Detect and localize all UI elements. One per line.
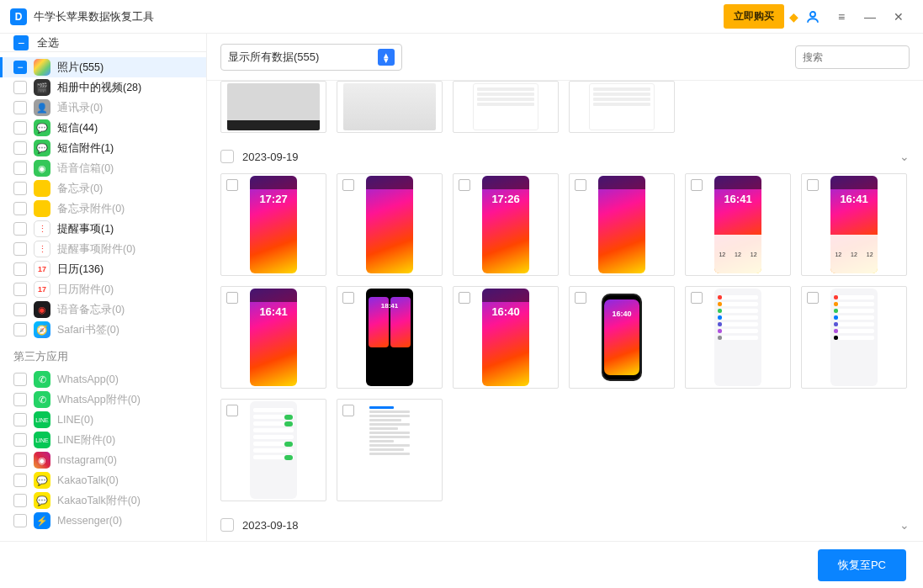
checkbox[interactable] — [13, 162, 27, 175]
checkbox[interactable] — [13, 373, 27, 386]
thumb-checkbox[interactable] — [226, 179, 238, 191]
sidebar-item-whatsapp-attach[interactable]: ✆ WhatsApp附件(0) — [0, 389, 206, 410]
checkbox[interactable] — [13, 453, 27, 467]
date-group-header[interactable]: 2023-09-19 ⌄ — [220, 140, 910, 173]
sidebar-item-notes-attach[interactable]: 备忘录附件(0) — [0, 199, 206, 219]
image-preview — [598, 176, 645, 273]
sidebar-item-messenger[interactable]: ⚡ Messenger(0) — [0, 511, 206, 531]
sidebar-item-voicemail[interactable]: ◉ 语音信箱(0) — [0, 158, 206, 178]
search-box[interactable]: 🔍 — [795, 45, 910, 69]
thumb-checkbox[interactable] — [459, 179, 470, 191]
thumb-checkbox[interactable] — [691, 292, 703, 304]
kakaotalk-attach-icon: 💬 — [34, 492, 50, 509]
select-all-checkbox[interactable]: − — [13, 35, 29, 50]
thumb-checkbox[interactable] — [691, 179, 703, 191]
checkbox[interactable] — [13, 242, 27, 256]
checkbox[interactable] — [13, 283, 27, 296]
checkbox[interactable] — [13, 514, 27, 527]
checkbox[interactable] — [13, 494, 27, 507]
sidebar-item-whatsapp[interactable]: ✆ WhatsApp(0) — [0, 369, 206, 389]
collapse-chevron-icon[interactable]: ⌄ — [899, 150, 910, 163]
thumbnail[interactable] — [220, 81, 326, 133]
thumbnail[interactable] — [569, 173, 675, 276]
sidebar-item-voice-memos[interactable]: ◉ 语音备忘录(0) — [0, 299, 206, 320]
sidebar-item-sms[interactable]: 💬 短信(44) — [0, 118, 206, 138]
thumbnail[interactable]: 16:40 — [453, 286, 559, 389]
thumbnail[interactable] — [685, 286, 791, 389]
sidebar-item-notes[interactable]: 备忘录(0) — [0, 178, 206, 199]
thumbnail[interactable]: 16:41121212 — [685, 173, 791, 276]
image-preview — [366, 401, 413, 499]
checkbox[interactable] — [13, 202, 27, 215]
buy-button[interactable]: 立即购买 — [724, 4, 784, 29]
thumbnail[interactable] — [220, 399, 326, 501]
checkbox[interactable] — [13, 474, 27, 487]
thumb-checkbox[interactable] — [807, 292, 819, 304]
sidebar-item-line-attach[interactable]: LINE LINE附件(0) — [0, 430, 206, 450]
checkbox[interactable] — [13, 433, 27, 447]
thumb-checkbox[interactable] — [459, 292, 470, 304]
thumbnail[interactable] — [801, 286, 907, 389]
thumb-checkbox[interactable] — [342, 405, 354, 416]
filter-select[interactable]: 显示所有数据(555) ▴▾ — [220, 44, 402, 71]
checkbox[interactable]: − — [13, 61, 27, 74]
thumb-checkbox[interactable] — [807, 179, 819, 191]
thumbnail[interactable] — [337, 81, 443, 133]
checkbox[interactable] — [13, 101, 27, 114]
checkbox[interactable] — [13, 413, 27, 426]
image-preview — [366, 176, 413, 273]
thumbnail[interactable]: 17:26 — [453, 173, 559, 276]
sidebar-item-safari[interactable]: 🧭 Safari书签(0) — [0, 320, 206, 340]
thumbnail[interactable]: 17:27 — [220, 173, 326, 276]
thumbnail[interactable]: 16:41 — [220, 286, 326, 389]
sidebar-item-reminders-attach[interactable]: ⋮ 提醒事项附件(0) — [0, 239, 206, 259]
date-group-header[interactable]: 2023-09-18 ⌄ — [220, 508, 910, 541]
checkbox[interactable] — [13, 141, 27, 155]
sidebar-item-kakaotalk[interactable]: 💬 KakaoTalk(0) — [0, 470, 206, 490]
thumbnail[interactable]: 16:40 — [569, 286, 675, 389]
sidebar-item-videos[interactable]: 🎬 相册中的视频(28) — [0, 77, 206, 98]
checkbox[interactable] — [13, 262, 27, 276]
sidebar-item-calendar-attach[interactable]: 17 日历附件(0) — [0, 279, 206, 299]
checkbox[interactable] — [13, 121, 27, 135]
close-icon[interactable]: ✕ — [884, 0, 913, 34]
thumb-checkbox[interactable] — [226, 405, 238, 416]
sidebar-item-photos[interactable]: − 照片(555) — [0, 57, 206, 77]
checkbox[interactable] — [13, 393, 27, 406]
checkbox[interactable] — [13, 182, 27, 195]
minimize-icon[interactable]: — — [856, 0, 884, 34]
thumb-checkbox[interactable] — [575, 292, 586, 304]
sidebar-item-label: WhatsApp附件(0) — [57, 393, 141, 407]
thumb-checkbox[interactable] — [575, 179, 586, 191]
date-checkbox[interactable] — [220, 518, 234, 532]
thumb-checkbox[interactable] — [226, 292, 238, 304]
select-all-row[interactable]: − 全选 — [0, 34, 206, 52]
svg-point-0 — [810, 12, 815, 17]
collapse-chevron-icon[interactable]: ⌄ — [899, 518, 910, 532]
thumbnail[interactable] — [453, 81, 559, 133]
date-checkbox[interactable] — [220, 150, 234, 163]
sidebar-item-instagram[interactable]: ◉ Instagram(0) — [0, 450, 206, 470]
recover-button[interactable]: 恢复至PC — [818, 549, 906, 581]
checkbox[interactable] — [13, 303, 27, 316]
thumbnail[interactable] — [569, 81, 675, 133]
search-input[interactable] — [803, 51, 923, 63]
photos-icon — [34, 59, 50, 76]
menu-icon[interactable]: ≡ — [827, 0, 856, 34]
sidebar-item-sms-attach[interactable]: 💬 短信附件(1) — [0, 138, 206, 158]
thumbnail[interactable]: 16:41121212 — [801, 173, 907, 276]
sidebar-item-reminders[interactable]: ⋮ 提醒事项(1) — [0, 219, 206, 239]
checkbox[interactable] — [13, 222, 27, 236]
thumbnail[interactable] — [337, 173, 443, 276]
diamond-icon[interactable]: ◆ — [789, 10, 798, 24]
checkbox[interactable] — [13, 323, 27, 336]
thumbnail[interactable]: 18:41 — [337, 286, 443, 389]
sidebar-item-contacts[interactable]: 👤 通讯录(0) — [0, 98, 206, 118]
user-icon[interactable] — [798, 0, 827, 34]
sidebar-item-calendar[interactable]: 17 日历(136) — [0, 259, 206, 279]
checkbox[interactable] — [13, 81, 27, 94]
sidebar-item-line[interactable]: LINE LINE(0) — [0, 410, 206, 430]
sidebar-item-kakaotalk-attach[interactable]: 💬 KakaoTalk附件(0) — [0, 490, 206, 511]
thumb-checkbox[interactable] — [342, 179, 354, 191]
thumbnail[interactable] — [337, 399, 443, 501]
